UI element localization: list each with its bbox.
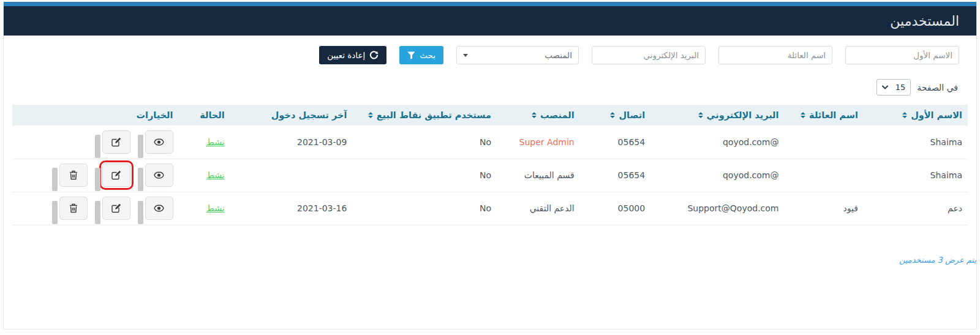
cell-pos-app-user: No bbox=[352, 126, 497, 159]
eye-icon bbox=[154, 138, 164, 146]
first-name-filter-input[interactable] bbox=[845, 46, 959, 64]
chevron-down-icon bbox=[463, 54, 468, 57]
trash-icon bbox=[69, 203, 78, 213]
per-page-value: 15 bbox=[895, 83, 906, 92]
row-actions bbox=[18, 130, 173, 154]
col-header-email[interactable]: البريد الإلكتروني bbox=[650, 105, 784, 126]
cell-family-name bbox=[785, 159, 864, 192]
cell-status: نشط bbox=[179, 192, 230, 225]
edit-pencil-icon bbox=[111, 170, 121, 180]
col-header-options: الخيارات bbox=[12, 105, 179, 126]
results-summary: يتم عرض 3 مستخدمين bbox=[899, 255, 976, 265]
edit-pencil-icon bbox=[111, 137, 121, 147]
sort-icon[interactable] bbox=[532, 112, 537, 118]
delete-button[interactable] bbox=[59, 197, 88, 220]
cell-family-name bbox=[785, 126, 864, 159]
cell-pos-app-user: No bbox=[352, 192, 497, 225]
cell-position: الدعم التقني bbox=[497, 192, 580, 225]
position-filter-select[interactable]: المنصب bbox=[456, 46, 579, 64]
reset-button[interactable]: إعادة تعيين bbox=[319, 46, 386, 64]
cell-pos-app-user: No bbox=[352, 159, 497, 192]
results-summary-wrap: يتم عرض 3 مستخدمين bbox=[4, 254, 976, 265]
col-header-pos-app-user[interactable]: مستخدم تطبيق نقاط البيع bbox=[352, 105, 497, 126]
sort-icon[interactable] bbox=[698, 112, 703, 118]
edit-button[interactable] bbox=[102, 130, 130, 154]
page-title: المستخدمين bbox=[890, 13, 959, 29]
app-window: المستخدمين المنصب بحث إعادة تعيين في الص… bbox=[3, 2, 977, 329]
per-page-row: في الصفحة 15 bbox=[4, 64, 976, 96]
email-filter-input[interactable] bbox=[592, 46, 706, 64]
chevron-down-icon bbox=[882, 85, 888, 89]
view-button[interactable] bbox=[145, 130, 173, 154]
status-link[interactable]: نشط bbox=[206, 170, 225, 180]
cell-first-name: Shaima bbox=[864, 159, 968, 192]
page-header: المستخدمين bbox=[4, 6, 976, 36]
position-select-label: المنصب bbox=[545, 50, 572, 60]
col-header-family-name[interactable]: اسم العائلة bbox=[785, 105, 864, 126]
cell-status: نشط bbox=[179, 126, 230, 159]
edit-button[interactable] bbox=[102, 197, 130, 220]
eye-icon bbox=[154, 171, 164, 179]
cell-contact: 05654 bbox=[580, 159, 650, 192]
top-accent-strip bbox=[4, 2, 976, 6]
col-header-last-login: آخر تسجيل دخول bbox=[230, 105, 353, 126]
edit-pencil-icon bbox=[111, 203, 121, 213]
sort-icon[interactable] bbox=[610, 112, 615, 118]
table-row: Shaima @qoyod.com 05654 Super Admin No 2… bbox=[12, 126, 968, 159]
table-row: Shaima @qoyod.com 05654 قسم المبيعات No … bbox=[12, 159, 968, 192]
cell-last-login: 2021-03-09 bbox=[230, 126, 353, 159]
cell-first-name: دعم bbox=[864, 192, 968, 225]
cell-family-name: قيود bbox=[785, 192, 864, 225]
cell-email: @qoyod.com bbox=[650, 159, 784, 192]
cell-email: Support@Qoyod.com bbox=[650, 192, 784, 225]
filter-bar: المنصب بحث إعادة تعيين bbox=[4, 36, 976, 64]
row-actions bbox=[18, 164, 173, 187]
sort-icon[interactable] bbox=[902, 112, 907, 118]
sort-icon[interactable] bbox=[801, 112, 805, 118]
cell-first-name: Shaima bbox=[864, 126, 968, 159]
search-button-label: بحث bbox=[420, 50, 435, 60]
col-header-status: الحالة bbox=[179, 105, 230, 126]
cell-position: قسم المبيعات bbox=[497, 159, 580, 192]
edit-button-highlighted[interactable] bbox=[102, 164, 130, 187]
status-link[interactable]: نشط bbox=[206, 137, 225, 147]
cell-status: نشط bbox=[179, 159, 230, 192]
table-header-row: الاسم الأول اسم العائلة البريد الإلكترون… bbox=[12, 105, 968, 126]
view-button[interactable] bbox=[145, 197, 173, 220]
cell-email: @qoyod.com bbox=[650, 126, 784, 159]
col-header-position[interactable]: المنصب bbox=[497, 105, 580, 126]
family-name-filter-input[interactable] bbox=[718, 46, 832, 64]
cell-position: Super Admin bbox=[497, 126, 580, 159]
filter-funnel-icon bbox=[407, 51, 415, 59]
cell-last-login bbox=[230, 159, 353, 192]
cell-contact: 05000 bbox=[580, 192, 650, 225]
delete-button[interactable] bbox=[59, 164, 88, 187]
eye-icon bbox=[154, 205, 164, 212]
view-button[interactable] bbox=[145, 164, 173, 187]
trash-icon bbox=[69, 170, 78, 180]
col-header-contact[interactable]: اتصال bbox=[580, 105, 650, 126]
cell-contact: 05654 bbox=[580, 126, 650, 159]
status-link[interactable]: نشط bbox=[206, 203, 225, 213]
row-actions bbox=[18, 197, 173, 220]
col-header-first-name[interactable]: الاسم الأول bbox=[864, 105, 968, 126]
per-page-select[interactable]: 15 bbox=[876, 79, 911, 96]
users-table: الاسم الأول اسم العائلة البريد الإلكترون… bbox=[12, 105, 968, 225]
search-button[interactable]: بحث bbox=[399, 46, 443, 64]
sort-icon[interactable] bbox=[368, 112, 373, 118]
table-row: دعم قيود Support@Qoyod.com 05000 الدعم ا… bbox=[12, 192, 968, 225]
cell-last-login: 2021-03-16 bbox=[230, 192, 353, 225]
per-page-label: في الصفحة bbox=[917, 83, 958, 92]
reset-refresh-icon bbox=[369, 51, 379, 60]
reset-button-label: إعادة تعيين bbox=[327, 50, 365, 60]
